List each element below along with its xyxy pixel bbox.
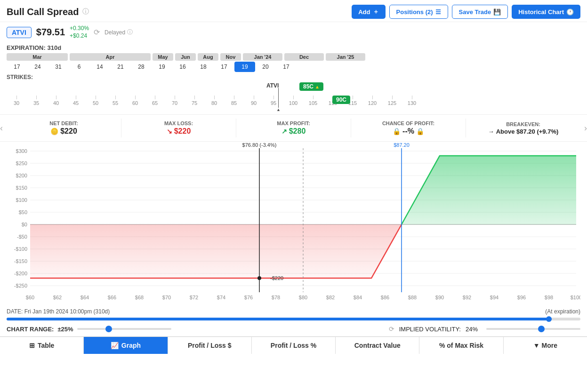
tick-130: 130 xyxy=(402,96,422,106)
svg-text:$98: $98 xyxy=(545,295,553,300)
tab-more[interactable]: ▼ More xyxy=(504,337,587,354)
timeline-progress[interactable] xyxy=(7,318,580,320)
month-aug: Aug xyxy=(198,53,218,61)
next-arrow[interactable]: › xyxy=(584,123,587,133)
stock-price: $79.51 xyxy=(36,27,65,38)
tab-graph[interactable]: 📈 Graph xyxy=(84,337,168,354)
svg-text:$60: $60 xyxy=(26,295,34,300)
bottom-tabs: ⊞ Table 📈 Graph Profit / Loss $ Profit /… xyxy=(0,336,587,354)
svg-text:$62: $62 xyxy=(53,295,62,300)
svg-text:$250: $250 xyxy=(16,160,27,166)
loss-arrow-icon: ↘ xyxy=(167,128,172,135)
month-jan24: Jan '24 xyxy=(243,53,282,61)
max-loss-value: ↘ $220 xyxy=(121,127,236,136)
date-19-may[interactable]: 19 xyxy=(152,62,172,72)
date-14-apr[interactable]: 14 xyxy=(89,62,110,72)
tick-40: 40 xyxy=(46,96,66,106)
date-17-nov[interactable]: 17 xyxy=(214,62,234,72)
positions-button[interactable]: Positions (2) ☰ xyxy=(389,5,448,19)
chart-range-slider[interactable] xyxy=(77,328,171,330)
date-20-dec[interactable]: 20 xyxy=(255,62,276,72)
date-31-mar[interactable]: 31 xyxy=(48,62,69,72)
implied-vol-slider[interactable] xyxy=(486,328,580,330)
tab-contract-value[interactable]: Contract Value xyxy=(336,337,419,354)
lock2-icon: 🔒 xyxy=(416,128,424,135)
chart-range-thumb[interactable] xyxy=(105,326,112,332)
breakeven-chart-label: $87.20 xyxy=(394,142,410,148)
svg-text:$200: $200 xyxy=(16,173,27,178)
stat-net-debit: NET DEBIT: 🪙 $220 xyxy=(7,120,121,136)
ticker-symbol[interactable]: ATVI xyxy=(7,27,32,38)
delayed-info-icon[interactable]: ⓘ xyxy=(127,28,133,36)
svg-text:$86: $86 xyxy=(381,295,389,300)
tick-90: 90 xyxy=(244,96,264,106)
date-6-apr[interactable]: 6 xyxy=(69,62,89,72)
svg-text:$0: $0 xyxy=(22,222,27,227)
tick-95: 95 xyxy=(264,96,283,106)
profit-arrow-icon: ↗ xyxy=(281,128,287,135)
info-icon[interactable]: ⓘ xyxy=(82,8,89,16)
prev-arrow[interactable]: ‹ xyxy=(0,123,3,133)
month-mar: Mar xyxy=(7,53,68,61)
date-19-jan24[interactable]: 19 xyxy=(234,62,255,72)
price-change-pct: +0.30% xyxy=(70,25,89,32)
stat-max-loss: MAX LOSS: ↘ $220 xyxy=(121,120,236,136)
stat-breakeven: BREAKEVEN: → Above $87.20 (+9.7%) xyxy=(466,121,580,135)
date-24-mar[interactable]: 24 xyxy=(27,62,48,72)
implied-vol-label: IMPLIED VOLATILITY: xyxy=(399,326,461,333)
badge-85c-label: 85C xyxy=(303,83,314,90)
refresh-iv-icon[interactable]: ⟳ xyxy=(389,325,394,333)
chart-range-value: ±25% xyxy=(57,326,73,333)
tick-105: 105 xyxy=(303,96,323,106)
tick-85: 85 xyxy=(224,96,244,106)
svg-text:$76: $76 xyxy=(244,295,253,300)
svg-text:$50: $50 xyxy=(19,209,27,215)
save-trade-button[interactable]: Save Trade 💾 xyxy=(452,5,508,19)
svg-text:$64: $64 xyxy=(80,295,89,300)
tick-30: 30 xyxy=(7,96,26,106)
profit-loss-chart: $300 $250 $200 $150 $100 $50 $0 -$50 -$1… xyxy=(7,142,580,306)
add-button[interactable]: Add ＋ xyxy=(352,5,385,19)
date-info-text: DATE: Fri Jan 19th 2024 10:00pm (310d) xyxy=(7,308,110,315)
svg-text:$68: $68 xyxy=(135,295,144,300)
badge-90c[interactable]: 90C xyxy=(332,96,350,104)
table-icon: ⊞ xyxy=(29,342,35,349)
historical-chart-button[interactable]: Historical Chart 🕐 xyxy=(512,5,580,19)
tab-profit-loss-pct[interactable]: Profit / Loss % xyxy=(252,337,336,354)
refresh-icon[interactable]: ⟳ xyxy=(94,28,100,37)
tick-75: 75 xyxy=(185,96,204,106)
implied-vol-thumb[interactable] xyxy=(538,326,545,332)
svg-text:$90: $90 xyxy=(435,295,444,300)
tick-125: 125 xyxy=(382,96,402,106)
month-jun: Jun xyxy=(175,53,196,61)
stat-chance-of-profit: CHANCE OF PROFIT: 🔒 --% 🔒 xyxy=(351,120,466,136)
tick-60: 60 xyxy=(125,96,145,106)
svg-text:$150: $150 xyxy=(16,185,27,191)
strikes-row: STRIKES: xyxy=(0,72,587,81)
ticker-row: ATVI $79.51 +0.30% +$0.24 ⟳ Delayed ⓘ xyxy=(0,22,587,42)
tick-35: 35 xyxy=(26,96,46,106)
date-18-aug[interactable]: 18 xyxy=(193,62,214,72)
month-nov: Nov xyxy=(220,53,241,61)
max-profit-value: ↗ $280 xyxy=(236,127,351,136)
date-17-jan25[interactable]: 17 xyxy=(276,62,297,72)
breakeven-label: BREAKEVEN: xyxy=(466,121,580,127)
badge-85c-warning-icon: ▲ xyxy=(315,84,320,89)
date-28-apr[interactable]: 28 xyxy=(131,62,152,72)
badge-90c-label: 90C xyxy=(336,96,346,103)
badge-85c[interactable]: 85C ▲ xyxy=(299,82,323,91)
date-17-mar[interactable]: 17 xyxy=(7,62,27,72)
date-16-jun[interactable]: 16 xyxy=(172,62,193,72)
chance-label: CHANCE OF PROFIT: xyxy=(351,120,466,126)
tab-profit-loss[interactable]: Profit / Loss $ xyxy=(168,337,252,354)
svg-text:$66: $66 xyxy=(108,295,116,300)
date-21-apr[interactable]: 21 xyxy=(110,62,131,72)
svg-text:-$150: -$150 xyxy=(14,258,27,264)
tick-50: 50 xyxy=(86,96,105,106)
price-change: +0.30% +$0.24 xyxy=(70,25,89,40)
tab-max-risk[interactable]: % of Max Risk xyxy=(419,337,503,354)
profit-area xyxy=(402,156,576,224)
svg-text:$84: $84 xyxy=(354,295,362,300)
tab-table[interactable]: ⊞ Table xyxy=(0,337,84,354)
svg-text:$80: $80 xyxy=(299,295,307,300)
